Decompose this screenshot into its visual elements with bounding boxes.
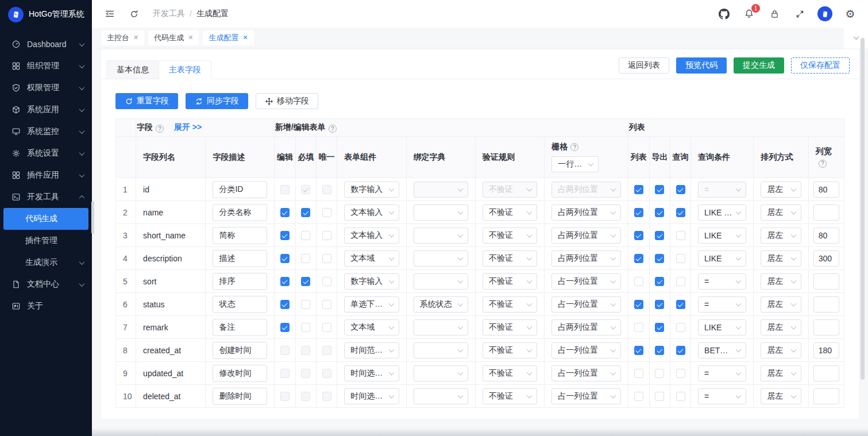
- width-input[interactable]: [813, 227, 839, 244]
- rule-select[interactable]: 不验证: [483, 296, 537, 312]
- field-action-同步字段[interactable]: 同步字段: [186, 93, 248, 109]
- width-input[interactable]: [813, 319, 839, 335]
- rule-select[interactable]: 不验证: [483, 205, 537, 221]
- export-checkbox[interactable]: [655, 185, 664, 194]
- dict-select[interactable]: [414, 227, 468, 244]
- condition-select[interactable]: LIKE: [698, 319, 746, 335]
- sidebar-item-权限管理[interactable]: 权限管理: [0, 77, 92, 99]
- field-action-移动字段[interactable]: 移动字段: [256, 93, 318, 109]
- list-checkbox[interactable]: [634, 208, 643, 217]
- required-checkbox[interactable]: [301, 231, 310, 240]
- query-checkbox[interactable]: [676, 254, 685, 263]
- export-checkbox[interactable]: [655, 323, 664, 332]
- fullscreen-icon[interactable]: [792, 6, 807, 21]
- field-action-重置字段[interactable]: 重置字段: [115, 93, 178, 109]
- grid-layout-select[interactable]: 一行两列: [551, 156, 599, 172]
- export-checkbox[interactable]: [655, 208, 664, 217]
- settings-gear-icon[interactable]: ⚙: [843, 6, 858, 21]
- lock-screen-icon[interactable]: [767, 6, 782, 21]
- component-select[interactable]: 单选下拉框: [344, 296, 399, 312]
- export-checkbox[interactable]: [655, 231, 664, 240]
- width-input[interactable]: [813, 342, 839, 358]
- field-desc-input[interactable]: [213, 296, 267, 313]
- help-icon[interactable]: ?: [819, 160, 827, 168]
- component-select[interactable]: 文本输入: [344, 205, 399, 221]
- edit-checkbox[interactable]: [280, 277, 290, 286]
- dict-select[interactable]: [414, 342, 468, 358]
- export-checkbox[interactable]: [655, 346, 664, 355]
- dict-select[interactable]: [414, 273, 468, 290]
- grid-select[interactable]: 占一列位置: [551, 388, 621, 404]
- sidebar-item-生成演示[interactable]: 生成演示: [0, 252, 92, 273]
- unique-checkbox[interactable]: [322, 254, 331, 263]
- grid-select[interactable]: 占一列位置: [551, 273, 621, 290]
- grid-select[interactable]: 占两列位置: [551, 250, 621, 267]
- export-checkbox[interactable]: [655, 277, 664, 286]
- field-desc-input[interactable]: [213, 342, 267, 359]
- field-desc-input[interactable]: [213, 319, 267, 336]
- page-tab-主控台[interactable]: 主控台✕: [101, 30, 144, 45]
- logo-row[interactable]: HotGo管理系统: [0, 0, 92, 29]
- component-select[interactable]: 文本输入: [344, 227, 399, 244]
- query-checkbox[interactable]: [676, 231, 685, 240]
- sidebar-scrollbar[interactable]: [91, 201, 94, 234]
- unique-checkbox[interactable]: [322, 300, 331, 309]
- sidebar-item-系统应用[interactable]: 系统应用: [0, 99, 92, 121]
- github-icon[interactable]: [716, 6, 731, 21]
- grid-select[interactable]: 占两列位置: [551, 227, 621, 244]
- condition-select[interactable]: BETWEEN: [698, 342, 746, 358]
- align-select[interactable]: 居左: [761, 296, 801, 312]
- condition-select[interactable]: LIKE: [698, 250, 746, 267]
- list-checkbox[interactable]: [634, 231, 643, 240]
- dict-select[interactable]: 系统状态: [414, 296, 468, 312]
- user-avatar[interactable]: [817, 6, 832, 21]
- condition-select[interactable]: LIKE: [698, 227, 746, 244]
- condition-select[interactable]: =: [698, 388, 746, 404]
- width-input[interactable]: [813, 365, 839, 381]
- help-icon[interactable]: ?: [570, 143, 578, 151]
- grid-select[interactable]: 占两列位置: [551, 205, 621, 221]
- width-input[interactable]: [813, 205, 839, 221]
- dict-select[interactable]: [414, 205, 468, 221]
- align-select[interactable]: 居左: [761, 227, 801, 244]
- rule-select[interactable]: 不验证: [483, 342, 537, 358]
- align-select[interactable]: 居左: [761, 342, 801, 358]
- submit-generate-button[interactable]: 提交生成: [734, 57, 784, 74]
- sidebar-item-插件管理[interactable]: 插件管理: [0, 230, 92, 252]
- sidebar-item-开发工具[interactable]: 开发工具: [0, 186, 92, 208]
- collapse-sidebar-icon[interactable]: [102, 6, 117, 21]
- query-checkbox[interactable]: [676, 185, 685, 194]
- back-to-list-button[interactable]: 返回列表: [619, 57, 669, 74]
- align-select[interactable]: 居左: [761, 388, 801, 404]
- grid-select[interactable]: 占两列位置: [551, 319, 621, 335]
- sidebar-item-系统监控[interactable]: 系统监控: [0, 121, 92, 142]
- query-checkbox[interactable]: [676, 323, 685, 332]
- rule-select[interactable]: 不验证: [483, 388, 537, 404]
- list-checkbox[interactable]: [634, 392, 643, 401]
- dict-select[interactable]: [414, 388, 468, 404]
- required-checkbox[interactable]: [301, 208, 310, 217]
- grid-select[interactable]: 占一列位置: [551, 365, 621, 381]
- align-select[interactable]: 居左: [761, 273, 801, 290]
- component-select[interactable]: 文本域: [344, 319, 399, 335]
- list-checkbox[interactable]: [634, 277, 643, 286]
- query-checkbox[interactable]: [676, 300, 685, 309]
- grid-select[interactable]: 占一列位置: [551, 342, 621, 358]
- grid-select[interactable]: 占一列位置: [551, 296, 621, 312]
- content-scrollbar[interactable]: [861, 38, 865, 380]
- save-config-button[interactable]: 仅保存配置: [791, 57, 850, 74]
- field-desc-input[interactable]: [213, 227, 267, 244]
- card-tab-主表字段[interactable]: 主表字段: [159, 60, 211, 79]
- required-checkbox[interactable]: [301, 300, 310, 309]
- reload-icon[interactable]: [126, 6, 141, 21]
- field-desc-input[interactable]: [213, 204, 267, 221]
- sidebar-item-系统设置[interactable]: 系统设置: [0, 142, 92, 164]
- edit-checkbox[interactable]: [280, 300, 290, 309]
- condition-select[interactable]: LIKE %...%: [698, 205, 746, 221]
- field-desc-input[interactable]: [213, 273, 267, 290]
- export-checkbox[interactable]: [655, 300, 664, 309]
- rule-select[interactable]: 不验证: [483, 227, 537, 244]
- close-icon[interactable]: ✕: [242, 34, 248, 41]
- component-select[interactable]: 数字输入: [344, 182, 399, 198]
- component-select[interactable]: 时间选择(Y-...: [344, 388, 399, 404]
